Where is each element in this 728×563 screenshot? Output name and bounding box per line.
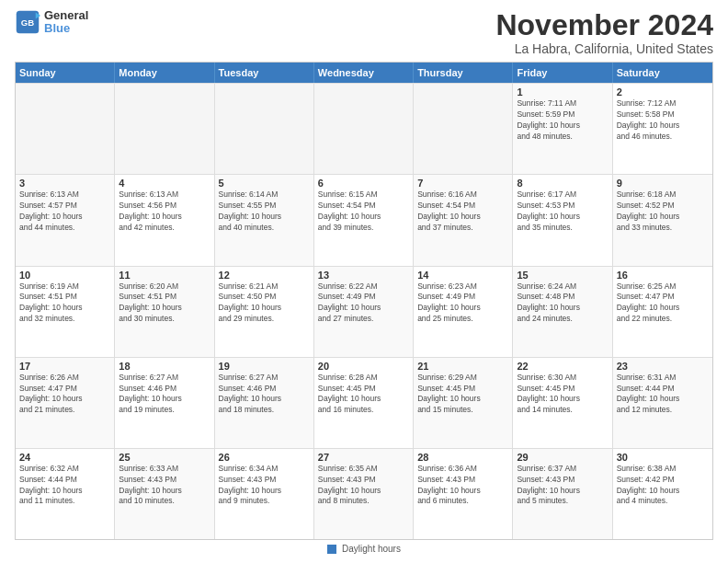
cal-cell: 5Sunrise: 6:14 AM Sunset: 4:55 PM Daylig… [215, 175, 314, 265]
cal-cell: 15Sunrise: 6:24 AM Sunset: 4:48 PM Dayli… [513, 267, 612, 357]
page: GB General Blue November 2024 La Habra, … [0, 0, 728, 563]
cal-cell: 21Sunrise: 6:29 AM Sunset: 4:45 PM Dayli… [414, 358, 513, 448]
cal-row: 3Sunrise: 6:13 AM Sunset: 4:57 PM Daylig… [16, 174, 712, 265]
day-info: Sunrise: 6:30 AM Sunset: 4:45 PM Dayligh… [517, 373, 608, 417]
cal-cell: 9Sunrise: 6:18 AM Sunset: 4:52 PM Daylig… [613, 175, 712, 265]
day-number: 5 [219, 178, 310, 189]
cal-cell [115, 84, 214, 174]
cal-cell: 10Sunrise: 6:19 AM Sunset: 4:51 PM Dayli… [16, 267, 115, 357]
day-number: 11 [119, 270, 210, 281]
cal-cell: 22Sunrise: 6:30 AM Sunset: 4:45 PM Dayli… [513, 358, 612, 448]
cal-cell: 29Sunrise: 6:37 AM Sunset: 4:43 PM Dayli… [513, 449, 612, 539]
day-number: 12 [219, 270, 310, 281]
cal-header-cell: Wednesday [314, 63, 414, 83]
day-number: 26 [219, 452, 310, 463]
cal-header-cell: Tuesday [215, 63, 314, 83]
cal-cell: 2Sunrise: 7:12 AM Sunset: 5:58 PM Daylig… [613, 84, 712, 174]
day-info: Sunrise: 7:11 AM Sunset: 5:59 PM Dayligh… [517, 98, 608, 143]
day-info: Sunrise: 6:23 AM Sunset: 4:49 PM Dayligh… [417, 282, 508, 326]
logo-line2: Blue [44, 22, 88, 35]
logo-line1: General [44, 9, 88, 22]
day-number: 15 [517, 270, 608, 281]
cal-row: 24Sunrise: 6:32 AM Sunset: 4:44 PM Dayli… [16, 448, 712, 539]
calendar-header: SundayMondayTuesdayWednesdayThursdayFrid… [16, 63, 712, 83]
cal-cell [314, 84, 414, 174]
cal-cell: 12Sunrise: 6:21 AM Sunset: 4:50 PM Dayli… [215, 267, 314, 357]
day-number: 19 [219, 361, 310, 372]
day-number: 20 [318, 361, 409, 372]
day-info: Sunrise: 6:37 AM Sunset: 4:43 PM Dayligh… [517, 464, 608, 508]
day-info: Sunrise: 6:36 AM Sunset: 4:43 PM Dayligh… [417, 464, 508, 508]
day-info: Sunrise: 6:18 AM Sunset: 4:52 PM Dayligh… [617, 190, 709, 234]
footer: Daylight hours [15, 540, 713, 556]
title-block: November 2024 La Habra, California, Unit… [495, 9, 713, 56]
cal-cell: 8Sunrise: 6:17 AM Sunset: 4:53 PM Daylig… [513, 175, 612, 265]
cal-cell: 14Sunrise: 6:23 AM Sunset: 4:49 PM Dayli… [414, 267, 513, 357]
cal-header-cell: Saturday [613, 63, 712, 83]
cal-cell: 19Sunrise: 6:27 AM Sunset: 4:46 PM Dayli… [215, 358, 314, 448]
day-number: 25 [119, 452, 210, 463]
day-number: 22 [517, 361, 608, 372]
cal-cell: 28Sunrise: 6:36 AM Sunset: 4:43 PM Dayli… [414, 449, 513, 539]
cal-cell: 20Sunrise: 6:28 AM Sunset: 4:45 PM Dayli… [314, 358, 414, 448]
page-subtitle: La Habra, California, United States [495, 41, 713, 56]
legend-color [327, 545, 336, 554]
cal-cell: 24Sunrise: 6:32 AM Sunset: 4:44 PM Dayli… [16, 449, 115, 539]
day-number: 14 [417, 270, 508, 281]
cal-cell: 25Sunrise: 6:33 AM Sunset: 4:43 PM Dayli… [115, 449, 214, 539]
day-number: 6 [318, 178, 409, 189]
day-number: 16 [617, 270, 709, 281]
day-number: 29 [517, 452, 608, 463]
day-info: Sunrise: 6:13 AM Sunset: 4:56 PM Dayligh… [119, 190, 210, 234]
cal-cell: 6Sunrise: 6:15 AM Sunset: 4:54 PM Daylig… [314, 175, 414, 265]
day-info: Sunrise: 6:29 AM Sunset: 4:45 PM Dayligh… [417, 373, 508, 417]
day-number: 17 [19, 361, 110, 372]
day-info: Sunrise: 6:35 AM Sunset: 4:43 PM Dayligh… [318, 464, 409, 508]
day-info: Sunrise: 6:15 AM Sunset: 4:54 PM Dayligh… [318, 190, 409, 234]
cal-cell: 26Sunrise: 6:34 AM Sunset: 4:43 PM Dayli… [215, 449, 314, 539]
day-info: Sunrise: 6:13 AM Sunset: 4:57 PM Dayligh… [19, 190, 110, 234]
cal-cell: 23Sunrise: 6:31 AM Sunset: 4:44 PM Dayli… [613, 358, 712, 448]
cal-header-cell: Friday [513, 63, 612, 83]
cal-cell: 13Sunrise: 6:22 AM Sunset: 4:49 PM Dayli… [314, 267, 414, 357]
cal-row: 10Sunrise: 6:19 AM Sunset: 4:51 PM Dayli… [16, 266, 712, 357]
cal-cell: 16Sunrise: 6:25 AM Sunset: 4:47 PM Dayli… [613, 267, 712, 357]
day-number: 24 [19, 452, 110, 463]
day-info: Sunrise: 6:31 AM Sunset: 4:44 PM Dayligh… [617, 373, 709, 417]
cal-header-cell: Thursday [414, 63, 513, 83]
day-info: Sunrise: 6:32 AM Sunset: 4:44 PM Dayligh… [19, 464, 110, 508]
day-number: 4 [119, 178, 210, 189]
day-info: Sunrise: 6:22 AM Sunset: 4:49 PM Dayligh… [318, 282, 409, 326]
cal-header-cell: Monday [115, 63, 214, 83]
cal-cell [215, 84, 314, 174]
cal-cell: 1Sunrise: 7:11 AM Sunset: 5:59 PM Daylig… [513, 84, 612, 174]
cal-cell: 7Sunrise: 6:16 AM Sunset: 4:54 PM Daylig… [414, 175, 513, 265]
day-info: Sunrise: 6:24 AM Sunset: 4:48 PM Dayligh… [517, 282, 608, 326]
day-number: 8 [517, 178, 608, 189]
cal-cell: 30Sunrise: 6:38 AM Sunset: 4:42 PM Dayli… [613, 449, 712, 539]
cal-cell: 4Sunrise: 6:13 AM Sunset: 4:56 PM Daylig… [115, 175, 214, 265]
cal-header-cell: Sunday [16, 63, 115, 83]
cal-cell [414, 84, 513, 174]
day-info: Sunrise: 6:14 AM Sunset: 4:55 PM Dayligh… [219, 190, 310, 234]
day-number: 2 [617, 86, 709, 98]
cal-row: 17Sunrise: 6:26 AM Sunset: 4:47 PM Dayli… [16, 357, 712, 448]
day-number: 27 [318, 452, 409, 463]
cal-row: 1Sunrise: 7:11 AM Sunset: 5:59 PM Daylig… [16, 83, 712, 174]
day-info: Sunrise: 6:20 AM Sunset: 4:51 PM Dayligh… [119, 282, 210, 326]
legend-label: Daylight hours [342, 544, 401, 554]
day-info: Sunrise: 6:28 AM Sunset: 4:45 PM Dayligh… [318, 373, 409, 417]
day-number: 18 [119, 361, 210, 372]
day-info: Sunrise: 6:21 AM Sunset: 4:50 PM Dayligh… [219, 282, 310, 326]
cal-cell: 18Sunrise: 6:27 AM Sunset: 4:46 PM Dayli… [115, 358, 214, 448]
day-info: Sunrise: 6:33 AM Sunset: 4:43 PM Dayligh… [119, 464, 210, 508]
day-info: Sunrise: 6:27 AM Sunset: 4:46 PM Dayligh… [219, 373, 310, 417]
day-info: Sunrise: 6:25 AM Sunset: 4:47 PM Dayligh… [617, 282, 709, 326]
day-number: 23 [617, 361, 709, 372]
day-info: Sunrise: 6:27 AM Sunset: 4:46 PM Dayligh… [119, 373, 210, 417]
day-info: Sunrise: 6:17 AM Sunset: 4:53 PM Dayligh… [517, 190, 608, 234]
calendar: SundayMondayTuesdayWednesdayThursdayFrid… [15, 62, 713, 540]
day-number: 7 [417, 178, 508, 189]
cal-cell: 3Sunrise: 6:13 AM Sunset: 4:57 PM Daylig… [16, 175, 115, 265]
day-number: 30 [617, 452, 709, 463]
